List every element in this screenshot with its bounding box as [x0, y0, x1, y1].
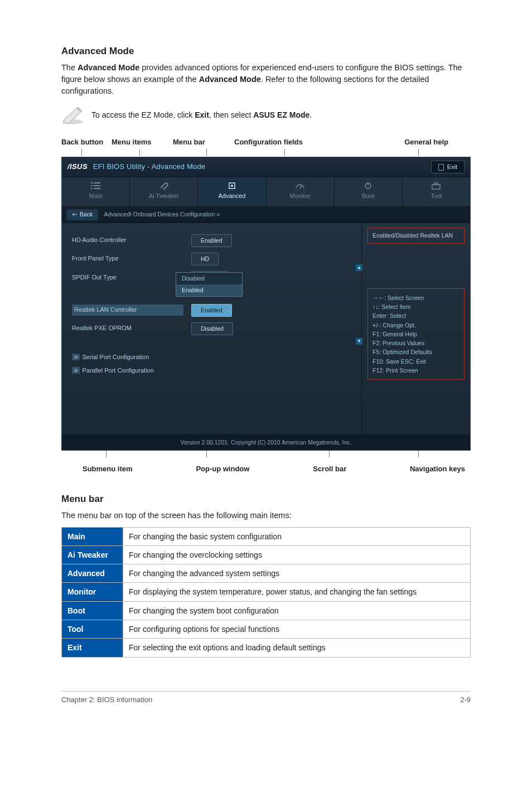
- power-icon: [363, 182, 373, 190]
- list-icon: [91, 182, 101, 190]
- tab-tool-label: Tool: [431, 192, 442, 199]
- scrollbar[interactable]: ▲ ▼: [356, 264, 362, 354]
- tab-tool[interactable]: Tool: [403, 177, 470, 206]
- cfg-hd-audio[interactable]: HD Audio ControllerEnabled: [72, 234, 357, 247]
- config-pane: HD Audio ControllerEnabled Front Panel T…: [62, 223, 361, 434]
- lbl-help: General help: [329, 137, 471, 148]
- top-labels-row: Back button Menu items Menu bar Configur…: [61, 137, 471, 148]
- page-foot-right: 2-9: [460, 695, 471, 706]
- table-key: Exit: [62, 639, 123, 657]
- popup-enabled[interactable]: Enabled: [176, 284, 242, 296]
- table-row: ExitFor selecting the exit options and l…: [62, 639, 471, 657]
- advanced-mode-intro: The Advanced Mode provides advanced opti…: [61, 62, 471, 97]
- cfg-rlan[interactable]: Realtek LAN ControllerEnabled: [72, 304, 357, 317]
- gauge-icon: [295, 182, 305, 190]
- table-val: For selecting the exit options and loadi…: [123, 639, 471, 657]
- tab-main-label: Main: [89, 192, 103, 199]
- cfg-pxe-value[interactable]: Disabled: [191, 322, 233, 335]
- tab-bar: Main Ai Tweaker Advanced Monitor Boot To…: [62, 177, 470, 206]
- bios-title: /ISUS EFI BIOS Utility - Advanced Mode: [67, 162, 205, 172]
- tab-advanced[interactable]: Advanced: [198, 177, 266, 206]
- exit-label: Exit: [447, 163, 457, 172]
- lbl-submenu: Submenu item: [83, 464, 133, 475]
- chevron-right-icon: >: [72, 354, 80, 360]
- asus-logo: /ISUS: [67, 162, 88, 171]
- menu-bar-table: MainFor changing the basic system config…: [61, 527, 471, 658]
- popup-disabled[interactable]: Disabled: [176, 273, 242, 284]
- table-row: MonitorFor displaying the system tempera…: [62, 583, 471, 601]
- tab-ai[interactable]: Ai Tweaker: [130, 177, 198, 206]
- tab-advanced-label: Advanced: [218, 192, 245, 199]
- table-val: For displaying the system temperature, p…: [123, 583, 471, 601]
- scroll-down-button[interactable]: ▼: [356, 338, 362, 345]
- table-key: Tool: [62, 620, 123, 639]
- tab-main[interactable]: Main: [62, 177, 130, 206]
- popup-window[interactable]: Disabled Enabled: [176, 272, 243, 297]
- cfg-rlan-value[interactable]: Enabled: [191, 304, 232, 317]
- table-row: ToolFor configuring options for special …: [62, 620, 471, 639]
- lbl-back: Back button: [61, 137, 112, 148]
- toolbox-icon: [431, 182, 441, 190]
- menu-bar-intro: The menu bar on top of the screen has th…: [61, 510, 471, 521]
- chip-icon: [227, 182, 237, 190]
- cfg-front-panel[interactable]: Front Panel TypeHD: [72, 253, 357, 265]
- svg-point-10: [231, 185, 233, 187]
- bios-titlebar: /ISUS EFI BIOS Utility - Advanced Mode E…: [62, 157, 470, 178]
- nav-line: →←: Select Screen: [373, 293, 460, 302]
- note-t1: To access the EZ Mode, click: [91, 110, 195, 119]
- bios-title-text: EFI BIOS Utility - Advanced Mode: [93, 162, 205, 171]
- page-foot-left: Chapter 2: BIOS information: [61, 695, 152, 706]
- scroll-up-button[interactable]: ▲: [356, 264, 362, 271]
- wrench-icon: [159, 182, 169, 190]
- table-key: Main: [62, 527, 123, 545]
- tab-boot[interactable]: Boot: [335, 177, 403, 206]
- table-val: For changing the overclocking settings: [123, 545, 471, 564]
- table-row: MainFor changing the basic system config…: [62, 527, 471, 545]
- help-pane: Enabled/Disabled Realtek LAN →←: Select …: [361, 223, 470, 434]
- sub-serial-label: Serial Port Configuration: [82, 354, 149, 360]
- table-key: Monitor: [62, 583, 123, 601]
- table-val: For configuring options for special func…: [123, 620, 471, 639]
- table-val: For changing the basic system configurat…: [123, 527, 471, 545]
- intro-t1: The: [61, 63, 78, 72]
- caret-up-icon: ▲: [357, 265, 361, 270]
- cfg-rlan-label: Realtek LAN Controller: [72, 305, 183, 316]
- menu-bar-heading: Menu bar: [61, 492, 471, 506]
- tab-monitor[interactable]: Monitor: [267, 177, 335, 206]
- sub-parallel[interactable]: >Parallel Port Configuration: [72, 366, 357, 375]
- breadcrumb: Advanced\ Onboard Devices Configuration …: [104, 210, 220, 219]
- lbl-items: Menu items: [112, 137, 173, 148]
- table-val: For changing the advanced system setting…: [123, 564, 471, 583]
- cfg-pxe[interactable]: Realtek PXE OPROMDisabled: [72, 322, 357, 335]
- cfg-hd-audio-label: HD Audio Controller: [72, 236, 183, 245]
- lbl-bar: Menu bar: [173, 137, 234, 148]
- svg-rect-15: [434, 183, 438, 185]
- table-row: AdvancedFor changing the advanced system…: [62, 564, 471, 583]
- table-key: Advanced: [62, 564, 123, 583]
- note-b2: ASUS EZ Mode: [253, 110, 309, 119]
- table-row: BootFor changing the system boot configu…: [62, 601, 471, 620]
- note-text: To access the EZ Mode, click Exit, then …: [91, 109, 312, 120]
- back-button[interactable]: 🡠 Back: [66, 209, 98, 220]
- svg-line-11: [300, 185, 302, 189]
- caret-down-icon: ▼: [357, 339, 361, 344]
- table-val: For changing the system boot configurati…: [123, 601, 471, 620]
- back-label: Back: [80, 211, 93, 218]
- cfg-hd-audio-value[interactable]: Enabled: [191, 234, 232, 247]
- nav-line: Enter: Select: [373, 311, 460, 320]
- nav-line: F5: Optimized Defaults: [373, 347, 460, 356]
- bios-footer: Version 2.00.1201. Copyright (C) 2010 Am…: [62, 434, 470, 450]
- cfg-front-panel-value[interactable]: HD: [191, 253, 219, 265]
- svg-rect-8: [94, 188, 100, 189]
- svg-rect-5: [91, 185, 93, 186]
- nav-line: ↑↓: Select Item: [373, 302, 460, 311]
- sub-serial[interactable]: >Serial Port Configuration: [72, 353, 357, 362]
- bottom-ticks: [61, 451, 471, 458]
- nav-line: F12: Print Screen: [373, 366, 460, 375]
- lbl-nav: Navigation keys: [410, 464, 465, 475]
- nav-line: F10: Save ESC: Exit: [373, 357, 460, 366]
- exit-button[interactable]: Exit: [431, 161, 465, 174]
- tip-box: Enabled/Disabled Realtek LAN: [367, 228, 465, 244]
- breadcrumb-row: 🡠 Back Advanced\ Onboard Devices Configu…: [62, 206, 470, 223]
- svg-rect-6: [94, 185, 100, 186]
